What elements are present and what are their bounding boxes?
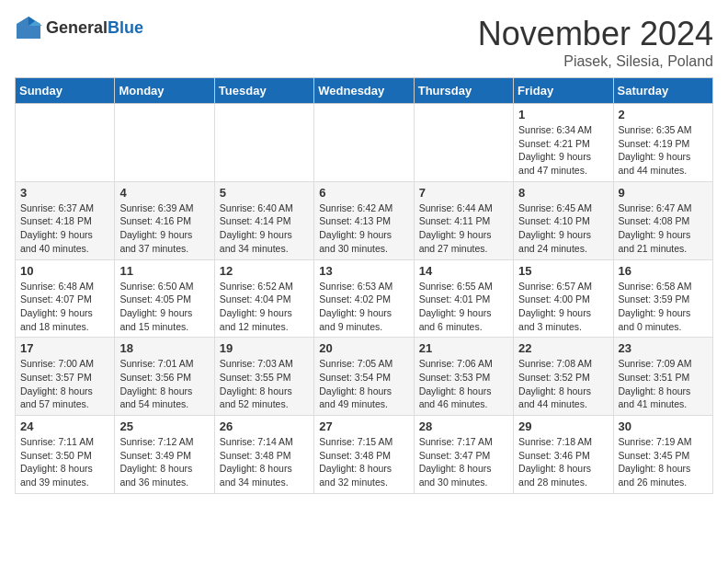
day-number: 29 bbox=[518, 419, 608, 433]
day-info: Sunrise: 6:40 AM Sunset: 4:14 PM Dayligh… bbox=[220, 201, 309, 256]
calendar-cell: 4Sunrise: 6:39 AM Sunset: 4:16 PM Daylig… bbox=[115, 181, 214, 259]
header: GeneralBlue November 2024 Piasek, Silesi… bbox=[15, 15, 713, 70]
day-info: Sunrise: 6:34 AM Sunset: 4:21 PM Dayligh… bbox=[518, 123, 608, 178]
day-info: Sunrise: 6:52 AM Sunset: 4:04 PM Dayligh… bbox=[220, 280, 309, 334]
day-info: Sunrise: 6:50 AM Sunset: 4:05 PM Dayligh… bbox=[119, 280, 209, 334]
calendar-table: SundayMondayTuesdayWednesdayThursdayFrid… bbox=[15, 77, 713, 494]
calendar-header-cell: Wednesday bbox=[314, 78, 414, 104]
day-info: Sunrise: 6:39 AM Sunset: 4:16 PM Dayligh… bbox=[119, 201, 209, 256]
day-number: 19 bbox=[220, 341, 309, 355]
day-info: Sunrise: 7:14 AM Sunset: 3:48 PM Dayligh… bbox=[220, 435, 309, 489]
calendar-cell: 21Sunrise: 7:06 AM Sunset: 3:53 PM Dayli… bbox=[414, 338, 513, 416]
day-info: Sunrise: 6:53 AM Sunset: 4:02 PM Dayligh… bbox=[319, 280, 408, 334]
day-number: 3 bbox=[20, 186, 109, 200]
calendar-cell: 7Sunrise: 6:44 AM Sunset: 4:11 PM Daylig… bbox=[414, 181, 513, 259]
day-number: 15 bbox=[518, 264, 608, 278]
logo: GeneralBlue bbox=[15, 15, 143, 40]
calendar-header-row: SundayMondayTuesdayWednesdayThursdayFrid… bbox=[16, 78, 713, 104]
day-info: Sunrise: 7:11 AM Sunset: 3:50 PM Dayligh… bbox=[20, 435, 109, 489]
calendar-cell: 8Sunrise: 6:45 AM Sunset: 4:10 PM Daylig… bbox=[514, 181, 613, 259]
calendar-cell: 20Sunrise: 7:05 AM Sunset: 3:54 PM Dayli… bbox=[314, 338, 414, 416]
day-number: 28 bbox=[419, 419, 508, 433]
month-title: November 2024 bbox=[478, 15, 713, 53]
day-info: Sunrise: 6:47 AM Sunset: 4:08 PM Dayligh… bbox=[619, 201, 708, 256]
day-number: 24 bbox=[20, 419, 109, 433]
calendar-cell: 9Sunrise: 6:47 AM Sunset: 4:08 PM Daylig… bbox=[613, 181, 712, 259]
calendar-week-row: 3Sunrise: 6:37 AM Sunset: 4:18 PM Daylig… bbox=[16, 181, 713, 259]
day-info: Sunrise: 6:35 AM Sunset: 4:19 PM Dayligh… bbox=[619, 123, 708, 178]
day-info: Sunrise: 6:48 AM Sunset: 4:07 PM Dayligh… bbox=[20, 280, 109, 334]
calendar-cell bbox=[314, 104, 414, 182]
day-number: 7 bbox=[419, 186, 508, 200]
calendar-cell bbox=[115, 104, 214, 182]
day-info: Sunrise: 6:58 AM Sunset: 3:59 PM Dayligh… bbox=[619, 280, 708, 334]
day-info: Sunrise: 7:00 AM Sunset: 3:57 PM Dayligh… bbox=[20, 357, 109, 411]
calendar-cell: 17Sunrise: 7:00 AM Sunset: 3:57 PM Dayli… bbox=[16, 338, 115, 416]
day-info: Sunrise: 7:06 AM Sunset: 3:53 PM Dayligh… bbox=[419, 357, 508, 411]
day-info: Sunrise: 7:03 AM Sunset: 3:55 PM Dayligh… bbox=[220, 357, 309, 411]
calendar-header-cell: Monday bbox=[115, 78, 214, 104]
logo-icon bbox=[15, 15, 42, 40]
calendar-cell: 18Sunrise: 7:01 AM Sunset: 3:56 PM Dayli… bbox=[115, 338, 214, 416]
calendar-cell: 25Sunrise: 7:12 AM Sunset: 3:49 PM Dayli… bbox=[115, 416, 214, 494]
calendar-cell: 10Sunrise: 6:48 AM Sunset: 4:07 PM Dayli… bbox=[16, 259, 115, 338]
calendar-cell: 12Sunrise: 6:52 AM Sunset: 4:04 PM Dayli… bbox=[214, 259, 313, 338]
calendar-cell: 28Sunrise: 7:17 AM Sunset: 3:47 PM Dayli… bbox=[414, 416, 513, 494]
calendar-cell: 26Sunrise: 7:14 AM Sunset: 3:48 PM Dayli… bbox=[214, 416, 313, 494]
day-number: 4 bbox=[119, 186, 209, 200]
calendar-cell: 23Sunrise: 7:09 AM Sunset: 3:51 PM Dayli… bbox=[613, 338, 712, 416]
day-info: Sunrise: 7:05 AM Sunset: 3:54 PM Dayligh… bbox=[319, 357, 408, 411]
day-info: Sunrise: 7:17 AM Sunset: 3:47 PM Dayligh… bbox=[419, 435, 508, 489]
day-number: 23 bbox=[619, 341, 708, 355]
calendar-cell: 6Sunrise: 6:42 AM Sunset: 4:13 PM Daylig… bbox=[314, 181, 414, 259]
day-info: Sunrise: 6:44 AM Sunset: 4:11 PM Dayligh… bbox=[419, 201, 508, 256]
day-number: 11 bbox=[119, 264, 209, 278]
calendar-cell: 16Sunrise: 6:58 AM Sunset: 3:59 PM Dayli… bbox=[613, 259, 712, 338]
calendar-cell: 19Sunrise: 7:03 AM Sunset: 3:55 PM Dayli… bbox=[214, 338, 313, 416]
calendar-cell: 22Sunrise: 7:08 AM Sunset: 3:52 PM Dayli… bbox=[514, 338, 613, 416]
day-info: Sunrise: 7:15 AM Sunset: 3:48 PM Dayligh… bbox=[319, 435, 408, 489]
day-info: Sunrise: 6:55 AM Sunset: 4:01 PM Dayligh… bbox=[419, 280, 508, 334]
calendar-header-cell: Thursday bbox=[414, 78, 513, 104]
calendar-cell: 5Sunrise: 6:40 AM Sunset: 4:14 PM Daylig… bbox=[214, 181, 313, 259]
day-number: 22 bbox=[518, 341, 608, 355]
day-number: 14 bbox=[419, 264, 508, 278]
calendar-cell: 27Sunrise: 7:15 AM Sunset: 3:48 PM Dayli… bbox=[314, 416, 414, 494]
calendar-cell: 13Sunrise: 6:53 AM Sunset: 4:02 PM Dayli… bbox=[314, 259, 414, 338]
calendar-cell bbox=[16, 104, 115, 182]
day-number: 20 bbox=[319, 341, 408, 355]
day-number: 26 bbox=[220, 419, 309, 433]
day-number: 13 bbox=[319, 264, 408, 278]
day-number: 16 bbox=[619, 264, 708, 278]
calendar-cell: 2Sunrise: 6:35 AM Sunset: 4:19 PM Daylig… bbox=[613, 104, 712, 182]
day-number: 12 bbox=[220, 264, 309, 278]
location-title: Piasek, Silesia, Poland bbox=[478, 53, 713, 70]
calendar-cell: 14Sunrise: 6:55 AM Sunset: 4:01 PM Dayli… bbox=[414, 259, 513, 338]
day-info: Sunrise: 6:42 AM Sunset: 4:13 PM Dayligh… bbox=[319, 201, 408, 256]
day-number: 10 bbox=[20, 264, 109, 278]
day-info: Sunrise: 7:08 AM Sunset: 3:52 PM Dayligh… bbox=[518, 357, 608, 411]
day-number: 27 bbox=[319, 419, 408, 433]
calendar-week-row: 1Sunrise: 6:34 AM Sunset: 4:21 PM Daylig… bbox=[16, 104, 713, 182]
title-area: November 2024 Piasek, Silesia, Poland bbox=[478, 15, 713, 70]
calendar-week-row: 24Sunrise: 7:11 AM Sunset: 3:50 PM Dayli… bbox=[16, 416, 713, 494]
day-number: 25 bbox=[119, 419, 209, 433]
day-number: 2 bbox=[619, 108, 708, 121]
calendar-header-cell: Sunday bbox=[16, 78, 115, 104]
day-info: Sunrise: 7:01 AM Sunset: 3:56 PM Dayligh… bbox=[119, 357, 209, 411]
calendar-cell bbox=[414, 104, 513, 182]
day-info: Sunrise: 7:09 AM Sunset: 3:51 PM Dayligh… bbox=[619, 357, 708, 411]
day-info: Sunrise: 7:19 AM Sunset: 3:45 PM Dayligh… bbox=[619, 435, 708, 489]
calendar-cell: 15Sunrise: 6:57 AM Sunset: 4:00 PM Dayli… bbox=[514, 259, 613, 338]
day-info: Sunrise: 7:12 AM Sunset: 3:49 PM Dayligh… bbox=[119, 435, 209, 489]
calendar-header-cell: Friday bbox=[514, 78, 613, 104]
calendar-week-row: 10Sunrise: 6:48 AM Sunset: 4:07 PM Dayli… bbox=[16, 259, 713, 338]
logo-text: GeneralBlue bbox=[46, 18, 143, 38]
day-number: 30 bbox=[619, 419, 708, 433]
calendar-week-row: 17Sunrise: 7:00 AM Sunset: 3:57 PM Dayli… bbox=[16, 338, 713, 416]
calendar-cell: 1Sunrise: 6:34 AM Sunset: 4:21 PM Daylig… bbox=[514, 104, 613, 182]
calendar-body: 1Sunrise: 6:34 AM Sunset: 4:21 PM Daylig… bbox=[16, 104, 713, 494]
calendar-header-cell: Tuesday bbox=[214, 78, 313, 104]
day-number: 5 bbox=[220, 186, 309, 200]
day-info: Sunrise: 6:45 AM Sunset: 4:10 PM Dayligh… bbox=[518, 201, 608, 256]
